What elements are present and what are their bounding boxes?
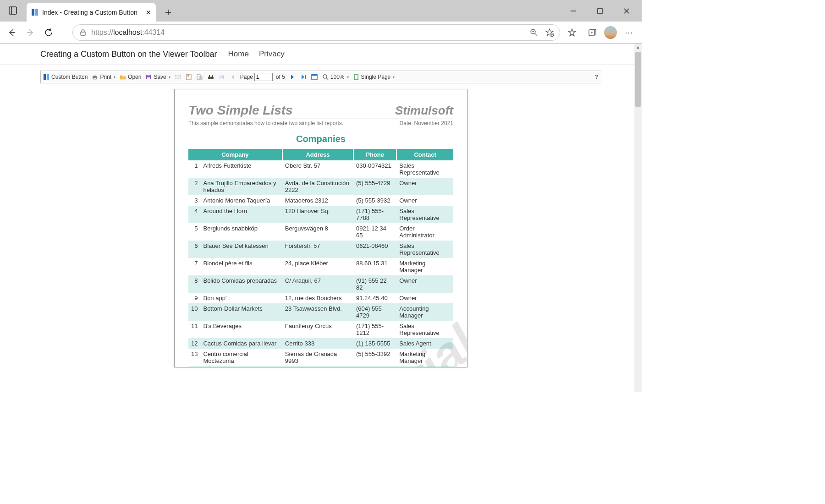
single-page-icon [352,73,360,81]
mail-icon [174,73,182,81]
nav-link-home[interactable]: Home [228,49,249,59]
cell-phone: 91.24.45.40 [353,293,396,303]
help-button[interactable]: ? [592,71,601,83]
cell-company: Bon app' [200,293,282,303]
scroll-up-icon[interactable]: ▲ [634,44,642,51]
last-page-icon [300,73,307,81]
vertical-scrollbar[interactable]: ▲ [634,44,642,392]
more-icon[interactable]: ⋯ [624,28,633,37]
cell-address: Forsterstr. 57 [282,241,353,258]
site-icon [31,9,38,16]
parameters-button[interactable] [194,71,205,83]
page-indicator: Page of 5 [238,71,287,83]
cell-address: Fauntleroy Circus [282,321,353,338]
site-nav: Creating a Custom Button on the Viewer T… [0,44,642,65]
cell-address: Cerrito 333 [282,338,353,349]
next-page-button[interactable] [287,71,298,83]
svg-rect-12 [81,32,85,35]
page-count: of 5 [276,74,285,80]
fullscreen-button[interactable] [309,71,320,83]
cell-phone: 0452-076545 [353,366,396,367]
browser-tab[interactable]: Index - Creating a Custom Button ✕ [27,3,156,22]
cell-address: Sierras de Granada 9993 [282,349,353,366]
new-tab-button[interactable] [160,5,176,20]
address-bar[interactable]: https://localhost:44314 [72,24,560,41]
bookmarks-button[interactable] [183,71,194,83]
last-page-button[interactable] [298,71,309,83]
cell-contact: Owner [396,195,453,206]
page-input[interactable] [254,73,273,81]
scroll-thumb[interactable] [635,52,641,107]
cell-phone: (91) 555 22 82 [353,275,396,293]
back-button[interactable] [5,25,19,40]
table-row: 13Centro comercial MoctezumaSierras de G… [188,349,453,366]
companies-table: Company Address Phone Contact 1Alfreds F… [188,149,453,367]
window-minimize-button[interactable] [563,4,584,18]
window-close-button[interactable] [616,4,637,18]
bookmark-icon [185,73,192,81]
print-button[interactable]: Print [89,71,117,83]
find-button[interactable] [205,71,216,83]
cell-contact: Sales Representative [396,160,453,178]
row-index: 5 [188,223,200,241]
svg-rect-43 [312,74,317,76]
next-page-icon [289,73,296,81]
table-row: 4Around the Horn120 Hanover Sq.(171) 555… [188,206,453,223]
row-index: 14 [188,366,200,367]
cell-address: C/ Araquil, 67 [282,275,353,293]
cell-address: Berguvsvägen 8 [282,223,353,241]
svg-point-44 [323,75,327,78]
table-row: 14Chop-suey ChineseHauptstr. 290452-0765… [188,366,453,367]
favorite-add-icon[interactable] [545,28,554,37]
cell-contact: Order Administrator [396,223,453,241]
svg-rect-27 [94,78,96,79]
custom-button-icon [43,73,50,81]
prev-page-button[interactable] [227,71,238,83]
tab-close-icon[interactable]: ✕ [146,9,151,16]
cell-address: 24, place Kléber [282,258,353,275]
parameters-icon [196,73,204,81]
profile-avatar[interactable] [604,26,617,39]
collections-icon[interactable] [588,28,597,37]
svg-rect-46 [354,74,358,80]
cell-phone: 0921-12 34 65 [353,223,396,241]
cell-company: Around the Horn [200,206,282,223]
tab-actions-icon[interactable] [5,2,21,19]
window-maximize-button[interactable] [589,4,610,18]
table-row: 12Cactus Comidas para llevarCerrito 333(… [188,338,453,349]
send-email-button[interactable] [172,71,183,83]
first-page-icon [218,73,226,81]
col-phone: Phone [353,149,396,160]
nav-link-privacy[interactable]: Privacy [259,49,285,59]
cell-address: Hauptstr. 29 [282,366,353,367]
custom-button[interactable]: Custom Button [41,71,89,83]
row-index: 13 [188,349,200,366]
cell-contact: Sales Representative [396,241,453,258]
url-text: https://localhost:44314 [91,28,165,37]
table-row: 3Antonio Moreno TaqueríaMataderos 2312(5… [188,195,453,206]
cell-contact: Marketing Manager [396,258,453,275]
refresh-button[interactable] [41,25,56,40]
favorites-icon[interactable] [567,28,577,37]
cell-company: Cactus Comidas para llevar [200,338,282,349]
zoom-button[interactable]: 100% [320,71,351,83]
cell-company: Centro comercial Moctezuma [200,349,282,366]
zoom-out-icon[interactable] [529,28,539,37]
save-button[interactable]: Save [143,71,172,83]
report-subtitle: This sample demonstrates how to create t… [188,120,343,126]
open-button[interactable]: Open [117,71,143,83]
first-page-button[interactable] [216,71,227,83]
cell-contact: Sales Representative [396,321,453,338]
cell-company: Ana Trujillo Emparedados y helados [200,178,282,195]
fullscreen-icon [311,73,318,81]
report-viewport: Two Simple Lists Stimulsoft This sample … [40,83,601,367]
cell-company: Alfreds Futterkiste [200,160,282,178]
cell-company: Blondel père et fils [200,258,282,275]
table-row: 1Alfreds FutterkisteObere Str. 57030-007… [188,160,453,178]
svg-line-45 [326,78,328,80]
cell-company: Antonio Moreno Taquería [200,195,282,206]
forward-button[interactable] [23,25,38,40]
row-index: 10 [188,303,200,321]
view-mode-button[interactable]: Single Page [351,71,397,83]
col-contact: Contact [396,149,453,160]
